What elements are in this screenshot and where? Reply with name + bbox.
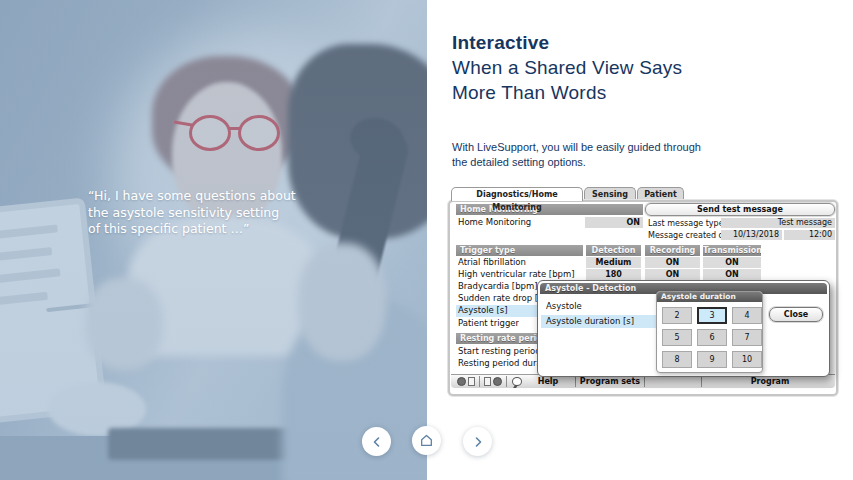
- asystole-duration-panel: Asystole duration 2 3 4 5 6 7 8 9 10: [656, 291, 763, 373]
- atrial-fibrillation-detection-field[interactable]: Medium: [586, 257, 641, 268]
- toolbar-divider: [479, 376, 480, 387]
- save-disc-icon[interactable]: [493, 377, 502, 386]
- toolbar-divider: [575, 376, 576, 387]
- last-message-type-field: Test message: [721, 218, 835, 228]
- tab-sensing[interactable]: Sensing: [584, 187, 636, 201]
- duration-option-7[interactable]: 7: [732, 329, 762, 346]
- toolbar-divider: [701, 376, 702, 387]
- programmer-screenshot: Diagnostics/Home Monitoring Sensing Pati…: [448, 187, 838, 396]
- chevron-right-icon: [472, 436, 484, 448]
- col-header-detection: Detection: [586, 245, 641, 256]
- prev-slide-button[interactable]: [362, 427, 391, 456]
- program-button[interactable]: Program: [705, 377, 835, 386]
- duration-option-8[interactable]: 8: [662, 351, 692, 368]
- duration-option-3-selected[interactable]: 3: [697, 307, 727, 324]
- message-created-time-field: 12:00: [784, 230, 835, 240]
- print-page-icon[interactable]: [468, 377, 475, 386]
- duration-value-grid: 2 3 4 5 6 7 8 9 10: [657, 302, 762, 368]
- quote-line-2: the asystole sensitivity setting: [88, 205, 296, 222]
- atrial-fibrillation-transmission-field[interactable]: ON: [703, 257, 761, 268]
- body-copy: With LiveSupport, you will be easily gui…: [452, 140, 701, 170]
- tab-diagnostics-home-monitoring[interactable]: Diagnostics/Home Monitoring: [451, 187, 583, 201]
- col-header-transmission: Transmission: [703, 245, 761, 256]
- page-subtitle-line2: More Than Words: [452, 80, 682, 105]
- home-monitoring-value-field[interactable]: ON: [585, 217, 643, 228]
- home-monitoring-row-label: Home Monitoring: [458, 217, 531, 228]
- duration-option-2[interactable]: 2: [662, 307, 692, 324]
- col-header-recording: Recording: [645, 245, 700, 256]
- toolbar-divider: [506, 376, 507, 387]
- page-title: Interactive: [452, 30, 682, 55]
- chevron-left-icon: [371, 436, 383, 448]
- duration-option-10[interactable]: 10: [732, 351, 762, 368]
- message-created-label: Message created on: [648, 230, 729, 241]
- print-report-icon[interactable]: [457, 377, 466, 386]
- help-button[interactable]: Help: [524, 377, 572, 386]
- atrial-fibrillation-recording-field[interactable]: ON: [645, 257, 700, 268]
- duration-option-5[interactable]: 5: [662, 329, 692, 346]
- page-subtitle-line1: When a Shared View Says: [452, 55, 682, 80]
- last-message-type-label: Last message type: [648, 218, 724, 229]
- tab-sensing-label: Sensing: [592, 190, 628, 199]
- trigger-row-bradycardia: Bradycardia [bpm]: [458, 281, 538, 292]
- message-created-date-field: 10/13/2018: [721, 230, 782, 240]
- photo-blue-tint-overlay: [0, 0, 427, 480]
- save-page-icon[interactable]: [484, 377, 491, 386]
- body-line-1: With LiveSupport, you will be easily gui…: [452, 140, 701, 155]
- send-test-message-button[interactable]: Send test message: [645, 203, 835, 216]
- popup-row-asystole: Asystole: [546, 301, 582, 312]
- slide: “Hi, I have some questions about the asy…: [0, 0, 853, 480]
- tab-patient[interactable]: Patient: [637, 187, 684, 201]
- help-bubble-icon[interactable]: [512, 377, 522, 386]
- quote-text: “Hi, I have some questions about the asy…: [88, 188, 296, 238]
- duration-option-9[interactable]: 9: [697, 351, 727, 368]
- trigger-row-patient-trigger: Patient trigger: [458, 318, 519, 329]
- popup-row-asystole-duration[interactable]: Asystole duration [s]: [541, 315, 656, 328]
- high-ventricular-rate-detection-field[interactable]: 180: [586, 269, 641, 280]
- toolbar-divider: [644, 376, 645, 387]
- quote-line-3: of this specific patient …”: [88, 221, 296, 238]
- home-button[interactable]: [412, 426, 441, 455]
- asystole-detection-popup: Asystole - Detection Asystole Asystole d…: [537, 280, 830, 377]
- high-ventricular-rate-transmission-field[interactable]: ON: [703, 269, 761, 280]
- body-line-2: the detailed setting options.: [452, 155, 701, 170]
- close-button[interactable]: Close: [769, 307, 823, 322]
- tab-patient-label: Patient: [644, 190, 677, 199]
- headline: Interactive When a Shared View Says More…: [452, 30, 682, 105]
- asystole-duration-panel-title: Asystole duration: [657, 292, 762, 302]
- section-home-monitoring: Home Monitoring: [456, 204, 643, 215]
- quote-line-1: “Hi, I have some questions about: [88, 188, 296, 205]
- next-slide-button[interactable]: [463, 427, 492, 456]
- high-ventricular-rate-recording-field[interactable]: ON: [645, 269, 700, 280]
- program-sets-button[interactable]: Program sets: [579, 377, 641, 386]
- photo-consultation: “Hi, I have some questions about the asy…: [0, 0, 427, 480]
- trigger-row-sudden-rate-drop: Sudden rate drop [%]: [458, 293, 550, 304]
- trigger-row-high-ventricular-rate: High ventricular rate [bpm]: [458, 269, 575, 280]
- col-header-trigger-type: Trigger type: [456, 245, 583, 256]
- duration-option-4[interactable]: 4: [732, 307, 762, 324]
- duration-option-6[interactable]: 6: [697, 329, 727, 346]
- home-icon: [419, 433, 434, 448]
- trigger-row-atrial-fibrillation: Atrial fibrillation: [458, 257, 526, 268]
